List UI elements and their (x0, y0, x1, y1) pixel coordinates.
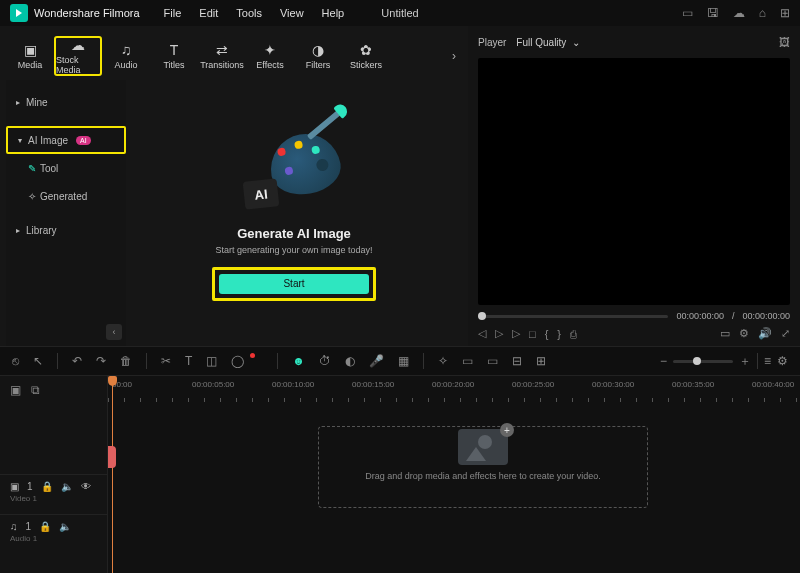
prev-frame-icon[interactable]: ◁ (478, 327, 486, 340)
lock-icon[interactable]: 🔒 (41, 481, 53, 492)
drop-thumb-icon: + (458, 429, 508, 465)
stickers-icon: ✿ (360, 42, 372, 58)
tab-titles[interactable]: TTitles (150, 36, 198, 76)
scrub-handle[interactable] (478, 312, 486, 320)
track1-icon[interactable]: ▭ (487, 354, 498, 368)
tabs-more[interactable]: › (446, 49, 462, 63)
time-current: 00:00:00:00 (676, 311, 724, 321)
cloud-icon[interactable]: ☁ (733, 6, 745, 20)
timeline-toolbar: ⎋ ↖ ↶ ↷ 🗑 ✂ T ◫ ◯ ☻ ⏱ ◐ 🎤 ▦ ✧ ▭ ▭ ⊟ ⊞ − … (0, 346, 800, 376)
drop-zone[interactable]: + Drag and drop media and effects here t… (318, 426, 648, 508)
preview-controls: ◁ ▷ ▷ □ { } ⎙ ▭ ⚙ 🔊 ⤢ (478, 327, 790, 340)
main-menu: File Edit Tools View Help (164, 7, 345, 19)
plus-icon: + (500, 423, 514, 437)
delete-icon[interactable]: 🗑 (120, 354, 132, 368)
zoom-slider[interactable] (673, 360, 733, 363)
pointer-icon[interactable]: ↖ (33, 354, 43, 368)
list-icon[interactable]: ≡ (764, 354, 771, 368)
titles-icon: T (170, 42, 179, 58)
tab-stock-media[interactable]: ☁Stock Media (54, 36, 102, 76)
preview-screen[interactable] (478, 58, 790, 305)
color-icon[interactable]: ◐ (345, 354, 355, 368)
ai-toolbar-icon[interactable]: ☻ (292, 354, 305, 368)
record-icon[interactable]: ◯ (231, 354, 244, 368)
settings-icon[interactable]: ⚙ (739, 327, 749, 340)
sidebar-item-ai-image[interactable]: AI ImageAI (6, 126, 126, 154)
video-track-header[interactable]: ▣1🔒🔈👁 Video 1 (0, 474, 107, 514)
tab-stickers[interactable]: ✿Stickers (342, 36, 390, 76)
audio-track-header[interactable]: ♫1🔒🔈 Audio 1 (0, 514, 107, 554)
mic-icon[interactable]: 🎤 (369, 354, 384, 368)
panel-tabs: ▣Media ☁Stock Media ♫Audio TTitles ⇄Tran… (6, 32, 462, 80)
gear-icon[interactable]: ⚙ (777, 354, 788, 368)
menu-file[interactable]: File (164, 7, 182, 19)
sidebar-item-mine[interactable]: Mine (6, 88, 126, 116)
menu-edit[interactable]: Edit (199, 7, 218, 19)
mute-icon[interactable]: 🔈 (61, 481, 73, 492)
link-icon[interactable]: ⧉ (31, 383, 40, 397)
menu-tools[interactable]: Tools (236, 7, 262, 19)
mark-out-icon[interactable]: } (557, 328, 561, 340)
display-icon[interactable]: ▭ (720, 327, 730, 340)
tab-audio[interactable]: ♫Audio (102, 36, 150, 76)
keyframe-icon[interactable]: ✧ (438, 354, 448, 368)
snapshot-icon[interactable]: 🖼 (779, 36, 790, 48)
audio-icon: ♫ (121, 42, 132, 58)
sidebar-collapse-button[interactable]: ‹ (106, 324, 122, 340)
eye-icon[interactable]: 👁 (81, 481, 91, 492)
menu-help[interactable]: Help (322, 7, 345, 19)
play2-icon[interactable]: ▷ (512, 327, 520, 340)
marker-icon[interactable]: ▭ (462, 354, 473, 368)
volume-icon[interactable]: 🔊 (758, 327, 772, 340)
sidebar-item-library[interactable]: Library (6, 216, 126, 244)
tab-transitions[interactable]: ⇄Transitions (198, 36, 246, 76)
play-icon[interactable]: ▷ (495, 327, 503, 340)
player-label: Player (478, 37, 506, 48)
ai-image-illustration: AI (244, 126, 344, 216)
undo-icon[interactable]: ↶ (72, 354, 82, 368)
grid-icon[interactable]: ⊞ (780, 6, 790, 20)
track3-icon[interactable]: ⊞ (536, 354, 546, 368)
tab-effects[interactable]: ✦Effects (246, 36, 294, 76)
quality-dropdown[interactable]: Full Quality⌄ (516, 37, 580, 48)
export-icon[interactable]: ⎋ (12, 354, 19, 368)
content-area: AI Generate AI Image Start generating yo… (126, 80, 462, 346)
timeline-tracks[interactable]: 00:00 00:00:05:00 00:00:10:00 00:00:15:0… (108, 376, 800, 573)
zoom-in-icon[interactable]: ＋ (739, 353, 751, 370)
menu-view[interactable]: View (280, 7, 304, 19)
text-icon[interactable]: T (185, 354, 192, 368)
split-icon[interactable]: ✂ (161, 354, 171, 368)
save-icon[interactable]: 🖫 (707, 6, 719, 20)
crop-icon[interactable]: ◫ (206, 354, 217, 368)
stop-icon[interactable]: □ (529, 328, 536, 340)
title-bar: Wondershare Filmora File Edit Tools View… (0, 0, 800, 26)
mark-in-icon[interactable]: { (545, 328, 549, 340)
time-ruler[interactable]: 00:00 00:00:05:00 00:00:10:00 00:00:15:0… (108, 376, 800, 404)
grid2-icon[interactable]: ▦ (398, 354, 409, 368)
video-icon: ▣ (10, 481, 19, 492)
track2-icon[interactable]: ⊟ (512, 354, 522, 368)
start-button[interactable]: Start (219, 274, 369, 294)
device-icon[interactable]: ▭ (682, 6, 693, 20)
zoom-out-icon[interactable]: − (660, 354, 667, 368)
fullscreen-icon[interactable]: ⤢ (781, 327, 790, 340)
wand-icon: ✎ (28, 163, 36, 174)
scrub-track[interactable] (478, 315, 668, 318)
sidebar-item-tool[interactable]: ✎Tool (6, 154, 126, 182)
sidebar-item-generated[interactable]: ✧Generated (6, 182, 126, 210)
playhead[interactable] (112, 376, 113, 573)
mute2-icon[interactable]: 🔈 (59, 521, 71, 532)
speed-icon[interactable]: ⏱ (319, 354, 331, 368)
chevron-down-icon: ⌄ (572, 37, 580, 48)
zoom-handle[interactable] (693, 357, 701, 365)
content-title: Generate AI Image (237, 226, 351, 241)
time-total: 00:00:00:00 (742, 311, 790, 321)
track-handle[interactable] (108, 446, 116, 468)
lock2-icon[interactable]: 🔒 (39, 521, 51, 532)
tab-filters[interactable]: ◑Filters (294, 36, 342, 76)
clip-icon[interactable]: ⎙ (570, 328, 577, 340)
redo-icon[interactable]: ↷ (96, 354, 106, 368)
headset-icon[interactable]: ⌂ (759, 6, 766, 20)
layers-icon[interactable]: ▣ (10, 383, 21, 397)
tab-media[interactable]: ▣Media (6, 36, 54, 76)
